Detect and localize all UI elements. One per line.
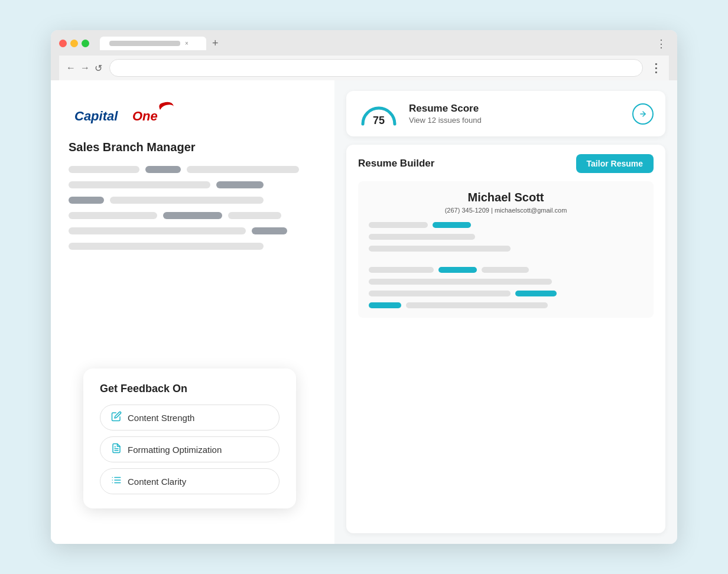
tab-bar: × +: [100, 36, 649, 51]
rph-block: [406, 302, 548, 308]
tailor-resume-button[interactable]: Tailor Resume: [576, 154, 654, 173]
traffic-light-red[interactable]: [59, 40, 67, 47]
address-bar[interactable]: [109, 59, 643, 77]
ph-block: [110, 197, 264, 204]
placeholder-row-1: [69, 166, 317, 173]
rph-block: [369, 246, 511, 252]
resume-ph-row-8: [369, 302, 643, 308]
rph-block: [369, 267, 434, 273]
resume-ph-row-6: [369, 279, 643, 285]
resume-contact: (267) 345-1209 | michaelscott@gmail.com: [369, 207, 643, 214]
browser-titlebar: × + ⋮: [59, 36, 669, 51]
ph-block: [69, 212, 157, 219]
feedback-item-formatting-optimization[interactable]: Formatting Optimization: [100, 436, 280, 462]
tab-label: [109, 41, 180, 46]
score-number: 75: [373, 115, 385, 127]
rph-block: [482, 267, 529, 273]
resume-builder-header: Resume Builder Tailor Resume: [358, 154, 654, 173]
ph-block: [69, 181, 210, 188]
rph-block: [369, 279, 552, 285]
traffic-light-yellow[interactable]: [70, 40, 78, 47]
resume-ph-row-3: [369, 246, 643, 252]
placeholder-row-3: [69, 197, 317, 204]
resume-name: Michael Scott: [369, 191, 643, 204]
nav-forward-button[interactable]: →: [80, 63, 90, 73]
rph-block: [369, 291, 511, 296]
score-subtitle: View 12 issues found: [409, 116, 632, 125]
score-card: 75 Resume Score View 12 issues found: [346, 91, 665, 136]
content-strength-label: Content Strength: [128, 413, 194, 423]
resume-builder-title: Resume Builder: [358, 158, 434, 169]
placeholder-row-5: [69, 227, 317, 234]
resume-ph-row-7: [369, 291, 643, 296]
address-bar-row: ← → ↺ ⋮: [59, 56, 669, 80]
company-logo: Capital One: [69, 98, 317, 130]
feedback-item-content-strength[interactable]: Content Strength: [100, 405, 280, 430]
edit-icon: [111, 411, 122, 424]
placeholder-row-2: [69, 181, 317, 188]
svg-text:Capital: Capital: [74, 109, 118, 123]
traffic-light-green[interactable]: [82, 40, 89, 47]
rph-teal-block: [438, 267, 477, 273]
nav-refresh-button[interactable]: ↺: [95, 63, 102, 74]
score-gauge: 75: [358, 100, 399, 127]
ph-block: [228, 212, 281, 219]
ph-block: [163, 212, 222, 219]
resume-ph-row-2: [369, 234, 643, 240]
browser-menu-button[interactable]: ⋮: [654, 37, 669, 50]
score-arrow-button[interactable]: [632, 103, 654, 125]
browser-chrome: × + ⋮ ← → ↺ ⋮: [51, 30, 677, 80]
feedback-card: Get Feedback On Content Strength: [83, 368, 296, 508]
svg-text:One: One: [132, 109, 158, 123]
feedback-card-title: Get Feedback On: [100, 383, 280, 395]
nav-back-button[interactable]: ←: [66, 63, 76, 73]
rph-block: [369, 234, 475, 240]
ph-block: [252, 227, 287, 234]
job-title: Sales Branch Manager: [69, 141, 317, 154]
rph-block: [369, 222, 428, 228]
nav-buttons: ← → ↺: [66, 63, 102, 74]
placeholder-row-4: [69, 212, 317, 219]
formatting-optimization-label: Formatting Optimization: [128, 445, 222, 455]
browser-more-options[interactable]: ⋮: [650, 61, 662, 75]
doc-icon: [111, 443, 122, 456]
score-info: Resume Score View 12 issues found: [409, 103, 632, 125]
rph-teal-block: [433, 222, 471, 228]
ph-block: [69, 197, 104, 204]
new-tab-button[interactable]: +: [210, 36, 221, 51]
job-description-placeholder: [69, 166, 317, 250]
resume-placeholder-rows: [369, 222, 643, 308]
ph-block: [69, 227, 246, 234]
feedback-items-list: Content Strength Formatting Optimization: [100, 405, 280, 494]
ph-block: [69, 243, 264, 250]
capital-one-logo-svg: Capital One: [69, 98, 175, 128]
score-title: Resume Score: [409, 103, 632, 115]
browser-content: Capital One Sales Branch Manager: [51, 80, 677, 544]
browser-window: × + ⋮ ← → ↺ ⋮ Cap: [51, 30, 677, 544]
resume-ph-row-4: [369, 257, 643, 261]
ph-block: [187, 166, 299, 173]
resume-builder-card: Resume Builder Tailor Resume Michael Sco…: [346, 145, 665, 533]
rph-teal-block: [369, 302, 401, 308]
traffic-lights: [59, 40, 89, 47]
resume-ph-row-5: [369, 267, 643, 273]
placeholder-row-6: [69, 243, 317, 250]
ph-block: [216, 181, 264, 188]
tab-close-btn[interactable]: ×: [185, 40, 188, 47]
mini-resume: Michael Scott (267) 345-1209 | michaelsc…: [358, 181, 654, 318]
rph-teal-block: [515, 291, 557, 296]
resume-ph-row-1: [369, 222, 643, 228]
browser-tab-active[interactable]: ×: [100, 37, 206, 50]
ph-block: [145, 166, 181, 173]
resume-panel: 75 Resume Score View 12 issues found Res…: [334, 80, 677, 544]
feedback-item-content-clarity[interactable]: Content Clarity: [100, 468, 280, 494]
list-icon: [111, 475, 122, 488]
content-clarity-label: Content Clarity: [128, 477, 186, 487]
ph-block: [69, 166, 139, 173]
